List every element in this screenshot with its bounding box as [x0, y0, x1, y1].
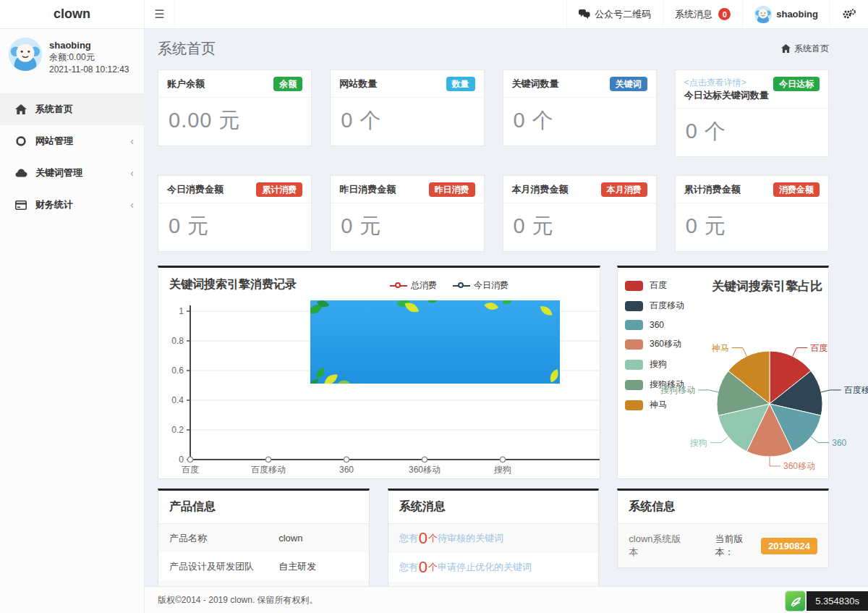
settings-button[interactable] [830, 0, 868, 28]
legend-dot [458, 282, 464, 288]
stat-card-heading: 网站数量 [339, 77, 377, 90]
x-tick-label: 百度 [182, 465, 199, 475]
content: 系统首页 系统首页 账户余额余额0.00 元网站数量数量0 个关键词数量关键词0… [145, 29, 868, 613]
sidebar-item-4[interactable]: 财务统计‹ [0, 189, 144, 221]
sidebar-item-1[interactable]: 系统首页 [0, 93, 144, 125]
page-load-time: 5.354830s [807, 591, 868, 611]
official-account-qr-button[interactable]: 公众号二维码 [566, 0, 663, 28]
pie-label: 百度 [810, 343, 827, 353]
header-username: shaobing [776, 9, 818, 20]
stat-card-value: 0.00 元 [158, 98, 311, 145]
message-count: 0 [418, 560, 428, 575]
stat-card-heading: <点击查看详情>今日达标关键词数量 [684, 77, 769, 102]
stat-cards-row-1: 账户余额余额0.00 元网站数量数量0 个关键词数量关键词0 个<点击查看详情>… [158, 69, 829, 157]
stat-card-label: 网站数量 [339, 78, 377, 89]
promo-image [310, 300, 560, 384]
sidebar-toggle-button[interactable]: ☰ [145, 0, 175, 28]
sidebar-item-3[interactable]: 关键词管理‹ [0, 157, 144, 189]
stat-card-label: 今日消费金额 [167, 184, 224, 195]
pie-label: 360移动 [783, 461, 815, 471]
stat-card-label: 昨日消费金额 [339, 184, 396, 195]
header-spacer [175, 0, 566, 28]
stat-card-label: 累计消费金额 [684, 184, 741, 195]
message-unit: 个 [428, 532, 438, 545]
stat-card-header: 本月消费金额本月消费 [503, 176, 656, 203]
sidebar-item-2[interactable]: 网站管理‹ [0, 125, 144, 157]
sidebar-balance: 余额:0.00元 [49, 51, 129, 64]
pie-label: 神马 [711, 343, 729, 353]
sidebar-item-label: 网站管理 [35, 135, 130, 148]
sidebar-user-panel: shaobing 余额:0.00元 2021-11-08 10:12:43 [0, 29, 144, 86]
stat-card-value: 0 个 [503, 98, 656, 145]
x-tick-label: 搜狗 [494, 465, 511, 475]
stat-card: 关键词数量关键词0 个 [503, 69, 657, 146]
stat-card-header: 网站数量数量 [331, 70, 483, 98]
circle-icon [14, 136, 27, 146]
line-chart-title: 关键词搜索引擎消费记录 [158, 268, 600, 292]
y-tick-label: 0.2 [171, 425, 184, 435]
row-value: clown [278, 533, 302, 544]
row-label: 产品名称 [169, 532, 278, 545]
stat-card: 本月消费金额本月消费0 元 [503, 175, 657, 252]
sidebar: shaobing 余额:0.00元 2021-11-08 10:12:43 系统… [0, 29, 145, 613]
thinkphp-leaf-icon [789, 595, 802, 608]
pie-label-line [821, 390, 841, 392]
stat-card-heading: 昨日消费金额 [339, 182, 396, 196]
pie-label-line [811, 437, 829, 443]
y-tick-label: 0 [179, 455, 184, 465]
stat-card-badge: 数量 [446, 77, 475, 91]
credit-card-icon [14, 200, 27, 210]
system-messages-button[interactable]: 系统消息 0 [663, 0, 742, 28]
message-unit: 个 [428, 561, 438, 574]
stat-card: 网站数量数量0 个 [330, 69, 484, 146]
stat-card-value: 0 元 [676, 203, 828, 251]
engine-share-pie-panel: 关键词搜索引擎占比 百度百度移动360360移动搜狗搜狗移动神马 百度百度移动3… [617, 266, 829, 479]
details-link[interactable]: <点击查看详情> [684, 77, 769, 88]
legend-label: 百度 [650, 279, 667, 292]
pie-label: 搜狗移动 [660, 385, 695, 395]
pie-label: 搜狗 [690, 438, 707, 448]
stat-card-badge: 余额 [273, 77, 302, 91]
table-row: 产品名称clown [158, 524, 369, 552]
legend-item[interactable]: 今日消费 [453, 279, 509, 292]
chevron-left-icon: ‹ [130, 135, 134, 147]
stat-cards-row-2: 今日消费金额累计消费0 元昨日消费金额昨日消费0 元本月消费金额本月消费0 元累… [158, 175, 829, 252]
system-info-title: 系统信息 [618, 491, 828, 524]
cloud-icon [14, 169, 27, 177]
line-chart-legend: 总消费今日消费 [390, 279, 509, 292]
charts-row: 关键词搜索引擎消费记录 总消费今日消费 00.20.40.60.81百度百度移动… [158, 266, 829, 479]
home-icon [14, 104, 27, 114]
chevron-left-icon: ‹ [130, 199, 134, 211]
legend-item[interactable]: 百度 [625, 279, 684, 292]
stat-card-badge: 关键词 [610, 77, 647, 91]
stat-card: <点击查看详情>今日达标关键词数量今日达标0 个 [675, 69, 829, 157]
x-tick-label: 百度移动 [251, 465, 286, 475]
sidebar-item-label: 关键词管理 [35, 166, 130, 179]
user-menu-button[interactable]: shaobing [742, 0, 830, 28]
wechat-icon [579, 9, 590, 20]
row-value: 自主研发 [278, 560, 316, 573]
stat-card: 累计消费金额消费金额0 元 [675, 175, 829, 252]
stat-card-header: 关键词数量关键词 [503, 70, 656, 98]
row-label: 产品设计及研发团队 [169, 560, 278, 573]
system-version-label: clown系统版本 [629, 533, 681, 559]
trace-toggle-button[interactable] [786, 591, 805, 611]
data-point [500, 457, 505, 462]
pie-label-line [698, 390, 718, 392]
breadcrumb[interactable]: 系统首页 [781, 43, 829, 55]
sidebar-datetime: 2021-11-08 10:12:43 [49, 64, 129, 76]
message-link[interactable]: 您有0个待审核的关键词 [388, 524, 599, 553]
pie-label: 360 [832, 438, 846, 448]
legend-item[interactable]: 总消费 [390, 279, 437, 292]
pie-chart: 百度百度移动360360移动搜狗搜狗移动神马 [618, 300, 864, 481]
stat-card-heading: 本月消费金额 [512, 182, 569, 196]
home-icon [781, 44, 791, 53]
message-prefix: 您有 [399, 532, 418, 545]
stat-card-label: 账户余额 [167, 78, 205, 89]
app-logo[interactable]: clown [0, 0, 145, 28]
stat-card-value: 0 元 [331, 203, 483, 251]
stat-card-heading: 关键词数量 [512, 77, 559, 90]
legend-label: 今日消费 [474, 279, 509, 292]
message-link[interactable]: 您有0个申请停止优化的关键词 [388, 553, 599, 582]
system-version-row: clown系统版本 当前版本： 20190824 [618, 524, 828, 567]
